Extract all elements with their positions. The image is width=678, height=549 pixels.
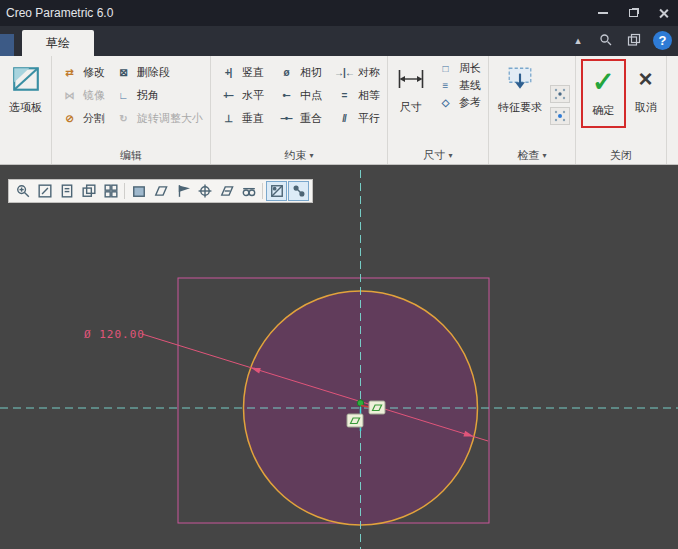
divide-icon: ⊘	[59, 113, 79, 124]
horizontal-constraint-label: 水平	[242, 88, 264, 103]
close-button[interactable]	[648, 0, 678, 26]
vertical-constraint-button[interactable]: +| 竖直	[216, 65, 266, 80]
delete-segment-label: 删除段	[137, 65, 170, 80]
repaint-icon[interactable]	[56, 181, 77, 201]
modify-button[interactable]: ⇄ 修改	[57, 65, 107, 80]
parallel-constraint-button[interactable]: // 平行	[332, 111, 382, 126]
divide-button[interactable]: ⊘ 分割	[57, 111, 107, 126]
delete-segment-button[interactable]: ⊠ 删除段	[111, 65, 205, 80]
perpendicular-constraint-button[interactable]: ⊥ 垂直	[216, 111, 266, 126]
inspect-group-label-text: 检查	[517, 148, 539, 163]
saved-orientations-icon[interactable]	[78, 181, 99, 201]
constrain-group-label[interactable]: 约束 ▾	[216, 147, 382, 164]
perimeter-button[interactable]: □ 周长	[433, 61, 483, 76]
coincident-constraint-button[interactable]: –•– 重合	[274, 111, 324, 126]
corner-icon: ∟	[113, 90, 133, 101]
equal-constraint-label: 相等	[358, 88, 380, 103]
ribbon-group-close: ✓ 确定 × 取消 关闭	[576, 56, 667, 164]
sketcher-filters-icon[interactable]	[266, 181, 287, 201]
graphics-area[interactable]: Ø 120.00	[0, 165, 678, 549]
sketch-canvas[interactable]: Ø 120.00	[0, 165, 678, 549]
dimension-value-text[interactable]: Ø 120.00	[84, 328, 145, 341]
mirror-icon: ⋈	[59, 90, 79, 101]
baseline-button[interactable]: ≡ 基线	[433, 78, 483, 93]
sketcher-display-icon[interactable]	[238, 181, 259, 201]
coincident-constraint-label: 重合	[300, 111, 322, 126]
highlight-open-ends-button[interactable]	[550, 107, 570, 125]
reference-button[interactable]: ◇ 参考	[433, 95, 483, 110]
ok-button[interactable]: ✓ 确定	[588, 62, 619, 118]
corner-label: 拐角	[137, 88, 159, 103]
close-group-label-text: 关闭	[610, 148, 632, 163]
window-title: Creo Parametric 6.0	[6, 6, 113, 20]
edit-group-label-text: 编辑	[120, 148, 142, 163]
constraint-badge[interactable]	[347, 414, 363, 427]
tab-sketch[interactable]: 草绘	[22, 30, 94, 56]
ribbon-group-constrain: +| 竖直 +– 水平 ⊥ 垂直 ø 相切 •– 中点	[211, 56, 388, 164]
appearance-icon-glyph	[627, 33, 641, 47]
zoom-in-icon[interactable]	[12, 181, 33, 201]
feature-requirements-icon	[506, 62, 534, 96]
cancel-button-label: 取消	[635, 100, 657, 115]
dimension-group-label-text: 尺寸	[423, 148, 445, 163]
datum-display-icon[interactable]	[150, 181, 171, 201]
perpendicular-constraint-label: 垂直	[242, 111, 264, 126]
partial-tab[interactable]	[0, 34, 14, 56]
chevron-down-icon: ▾	[309, 151, 313, 160]
dimension-group-label[interactable]: 尺寸 ▾	[393, 147, 483, 164]
mirror-button: ⋈ 镜像	[57, 88, 107, 103]
palette-button[interactable]: 选项板	[5, 59, 46, 115]
shade-closed-loops-button[interactable]	[550, 85, 570, 103]
baseline-icon: ≡	[435, 80, 455, 91]
constrain-group-label-text: 约束	[284, 148, 306, 163]
search-icon[interactable]	[597, 31, 615, 49]
midpoint-constraint-button[interactable]: •– 中点	[274, 88, 324, 103]
feature-requirements-button[interactable]: 特征要求	[494, 59, 546, 115]
inspect-group-label[interactable]: 检查 ▾	[494, 147, 570, 164]
reference-icon: ◇	[435, 97, 455, 108]
minimize-button[interactable]	[588, 0, 618, 26]
toolbar-separator	[124, 183, 125, 199]
spin-center-icon[interactable]	[194, 181, 215, 201]
restore-button[interactable]	[618, 0, 648, 26]
toolbar-separator	[262, 183, 263, 199]
close-icon	[658, 8, 669, 19]
view-manager-icon[interactable]	[100, 181, 121, 201]
chevron-down-icon: ▾	[448, 151, 452, 160]
help-button[interactable]: ?	[653, 31, 672, 50]
symmetric-constraint-button[interactable]: →|← 对称	[332, 65, 382, 80]
rotate-resize-icon: ↻	[113, 113, 133, 124]
perimeter-label: 周长	[459, 61, 481, 76]
baseline-label: 基线	[459, 78, 481, 93]
close-group-label: 关闭	[581, 147, 661, 164]
equal-constraint-button[interactable]: = 相等	[332, 88, 382, 103]
tangent-constraint-button[interactable]: ø 相切	[274, 65, 324, 80]
graphics-toolbar	[8, 179, 313, 203]
ribbon-group-edit: ⇄ 修改 ⋈ 镜像 ⊘ 分割 ⊠ 删除段 ∟ 拐角	[52, 56, 211, 164]
palette-icon	[11, 62, 41, 96]
refit-icon[interactable]	[34, 181, 55, 201]
vertical-constraint-label: 竖直	[242, 65, 264, 80]
sketcher-constraints-display-icon[interactable]	[288, 181, 309, 201]
minimize-icon	[598, 12, 608, 14]
perimeter-icon: □	[435, 63, 455, 74]
constraint-badge[interactable]	[369, 401, 385, 414]
cancel-button[interactable]: × 取消	[631, 59, 661, 115]
edit-group-label: 编辑	[57, 147, 205, 164]
parallel-constraint-icon: //	[334, 113, 354, 124]
sketch-orientation-icon[interactable]	[216, 181, 237, 201]
display-style-icon[interactable]	[128, 181, 149, 201]
corner-button[interactable]: ∟ 拐角	[111, 88, 205, 103]
modify-label: 修改	[83, 65, 105, 80]
dimension-button-label: 尺寸	[400, 100, 422, 115]
dimension-button[interactable]: 尺寸	[393, 59, 429, 115]
tab-sketch-label: 草绘	[46, 35, 70, 52]
appearance-icon[interactable]	[625, 31, 643, 49]
rotate-resize-button: ↻ 旋转调整大小	[111, 111, 205, 126]
horizontal-constraint-button[interactable]: +– 水平	[216, 88, 266, 103]
annotation-display-icon[interactable]	[172, 181, 193, 201]
palette-label: 选项板	[9, 100, 42, 115]
divide-label: 分割	[83, 111, 105, 126]
collapse-ribbon-icon[interactable]: ▴	[569, 31, 587, 49]
rotate-resize-label: 旋转调整大小	[137, 111, 203, 126]
